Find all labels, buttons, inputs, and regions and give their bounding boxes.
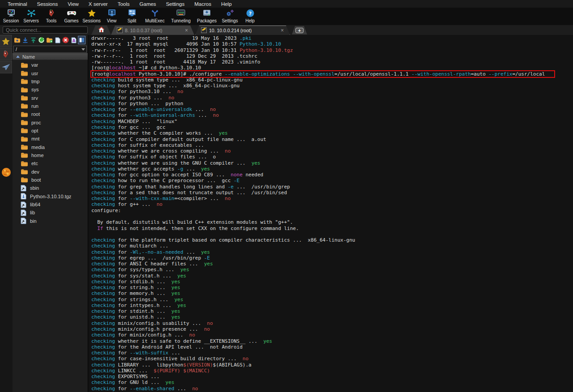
tab-close-icon[interactable]: ×	[281, 28, 284, 33]
go-up-folder-icon[interactable]	[13, 36, 21, 44]
path-input[interactable]: /	[13, 46, 87, 53]
globe-icon[interactable]	[0, 166, 12, 179]
terminal-line: -rw-r--r--. 1 root root 129 Dec 29 2013 …	[91, 53, 573, 59]
menu-item-games[interactable]: Games	[135, 1, 161, 7]
dual-panel-icon[interactable]	[78, 36, 86, 44]
file-tree-item-root[interactable]: root	[13, 110, 88, 118]
settings-button[interactable]: Settings	[220, 8, 240, 25]
upload-icon[interactable]	[30, 36, 37, 44]
new-file-icon[interactable]	[54, 36, 61, 44]
help-button[interactable]: ? Help	[240, 8, 260, 25]
terminal-line: checking for grep that handles long line…	[91, 184, 573, 190]
favorites-star-icon[interactable]	[0, 35, 12, 47]
download-icon[interactable]	[21, 36, 29, 44]
menu-item-terminal[interactable]: Terminal	[3, 1, 32, 7]
left-dock-strip	[0, 35, 13, 392]
menu-item-help[interactable]: Help	[216, 1, 237, 7]
menu-item-sessions[interactable]: Sessions	[32, 1, 63, 7]
menu-item-x-server[interactable]: X server	[84, 1, 113, 7]
file-name: bin	[30, 218, 37, 224]
file-tree-item-usr[interactable]: usr	[13, 69, 88, 77]
split-button[interactable]: Split	[122, 8, 142, 25]
games-button[interactable]: Games	[61, 8, 81, 25]
terminal-line: checking MACHDEP ... "linux"	[91, 119, 573, 124]
file-tree-item-boot[interactable]: boot	[13, 176, 88, 184]
tab-close-icon[interactable]: ×	[185, 28, 188, 33]
quick-connect-input[interactable]	[3, 26, 88, 34]
tools-knife-icon[interactable]	[0, 48, 12, 60]
menu-item-tools[interactable]: Tools	[113, 1, 135, 7]
file-tree-item-Python-3.10.10.tgz[interactable]: Python-3.10.10.tgz	[13, 192, 88, 200]
folder-icon	[21, 136, 30, 142]
terminal-output[interactable]: drwxr-----. 3 root root 19 May 16 2023 .…	[88, 35, 573, 392]
terminal-line: checking for python3.10 ... no	[91, 89, 573, 94]
file-tree-item-media[interactable]: media	[13, 143, 88, 151]
file-name: home	[31, 153, 44, 158]
link-icon	[21, 201, 28, 208]
file-tree-item-tmp[interactable]: tmp	[13, 77, 88, 85]
terminal-line: checking for gcc option to accept ISO C8…	[91, 172, 573, 178]
file-tree-item-bin[interactable]: bin	[13, 217, 88, 225]
home-icon	[98, 26, 105, 34]
terminal-line: checking whether the C compiler works ..…	[91, 130, 573, 136]
multiexec-button[interactable]: MultiExec	[142, 8, 168, 25]
link-icon	[21, 217, 28, 224]
packages-button[interactable]: Packages	[194, 8, 220, 25]
file-tree-item-var[interactable]: var	[13, 61, 88, 69]
tunneling-button-label: Tunneling	[171, 18, 191, 23]
new-folder-icon[interactable]	[46, 36, 53, 44]
folder-icon	[21, 144, 30, 150]
tunneling-button[interactable]: Tunneling	[168, 8, 194, 25]
terminal-line: checking for string.h ... yes	[91, 285, 573, 290]
sessions-button[interactable]: Sessions	[81, 8, 102, 25]
file-tree-item-sys[interactable]: sys	[13, 85, 88, 94]
paper-plane-icon[interactable]	[0, 61, 12, 73]
file-tree-item-run[interactable]: run	[13, 102, 88, 110]
servers-button[interactable]: Servers	[21, 8, 41, 25]
file-tree-item-opt[interactable]: opt	[13, 127, 88, 135]
file-tree-item-lib64[interactable]: lib64	[13, 200, 88, 209]
chevron-down-icon[interactable]	[81, 48, 85, 51]
name-column-header[interactable]: Name	[13, 53, 88, 60]
file-tree-item-etc[interactable]: etc	[13, 159, 88, 167]
session-button[interactable]: Session	[1, 8, 21, 25]
file-tree-item-lib[interactable]: lib	[13, 209, 88, 217]
terminal-line	[91, 213, 573, 219]
refresh-icon[interactable]	[38, 36, 45, 44]
terminal-line: checking for case-insensitive build dire…	[91, 356, 573, 362]
terminal-line: checking how to run the C preprocessor .…	[91, 178, 573, 183]
file-tree-item-mnt[interactable]: mnt	[13, 135, 88, 143]
folder-icon	[21, 62, 30, 68]
link-icon	[21, 185, 28, 192]
file-name: boot	[31, 177, 41, 183]
file-tree-item-srv[interactable]: srv	[13, 94, 88, 102]
menu-item-view[interactable]: View	[63, 1, 84, 7]
terminal-line: checking for gcc ... gcc	[91, 124, 573, 130]
new-tab-button[interactable]: +	[292, 26, 307, 34]
terminal-line: drwxr-xr-x 17 mysql mysql 4096 Jan 10 10…	[91, 41, 573, 47]
svg-text:A: A	[72, 38, 75, 43]
tools-button[interactable]: Tools	[41, 8, 61, 25]
file-tree-item-dev[interactable]: dev	[13, 167, 88, 175]
file-name: usr	[31, 71, 38, 76]
svg-text:?: ?	[248, 10, 251, 16]
link-icon	[21, 209, 28, 216]
file-tree-item-proc[interactable]: proc	[13, 118, 88, 126]
terminal-line: checking for g++ ... no	[91, 201, 573, 207]
file-name: root	[31, 111, 40, 117]
tab-home[interactable]	[91, 26, 111, 35]
rename-icon[interactable]: A	[70, 36, 77, 44]
delete-icon[interactable]	[62, 36, 69, 44]
tab-session-8[interactable]: 8. 10.0.0.37 (root) ×	[111, 26, 194, 35]
view-button[interactable]: View	[102, 8, 122, 25]
file-name: sys	[31, 87, 39, 92]
terminal-line: checking host system type ... x86_64-pc-…	[91, 83, 573, 89]
tab-session-10-active[interactable]: 10. 10.0.0.214 (root) ×	[195, 26, 290, 35]
file-tree-item-sbin[interactable]: sbin	[13, 184, 88, 192]
mobaxterm-window: TerminalSessionsViewX serverToolsGamesSe…	[0, 0, 573, 392]
file-name: dev	[31, 169, 39, 175]
menu-item-macros[interactable]: Macros	[189, 1, 216, 7]
help-icon: ?	[246, 9, 255, 17]
file-tree-item-home[interactable]: home	[13, 151, 88, 159]
menu-item-settings[interactable]: Settings	[161, 1, 190, 7]
